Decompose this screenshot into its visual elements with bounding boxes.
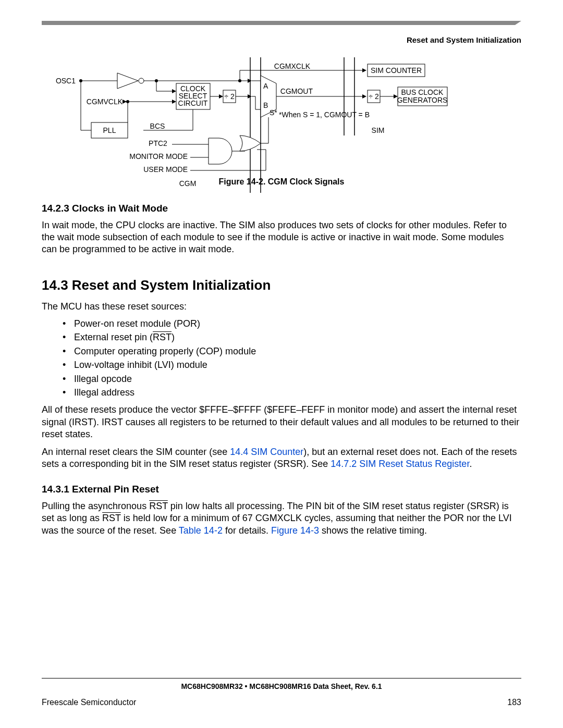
diagram-label-cgmout: CGMOUT: [280, 87, 313, 95]
list-item: External reset pin (RST): [63, 331, 521, 343]
diagram-label-pll: PLL: [103, 126, 116, 134]
list-item: Computer operating properly (COP) module: [63, 346, 521, 357]
diagram-label-circuit: CIRCUIT: [178, 99, 208, 107]
svg-marker-13: [362, 68, 366, 72]
svg-point-7: [139, 78, 144, 83]
svg-point-25: [126, 100, 129, 103]
cgm-diagram: OSC1 CGMXCLK CGMVCLK PLL CLOCK: [55, 55, 508, 195]
svg-text:÷ 2: ÷ 2: [369, 92, 379, 101]
heading-1423: 14.2.3 Clocks in Wait Mode: [42, 202, 521, 215]
list-item: Power-on reset module (POR): [63, 318, 521, 330]
diagram-label-cgm: CGM: [179, 179, 197, 188]
svg-text:÷ 2: ÷ 2: [224, 92, 235, 101]
svg-marker-17: [172, 89, 176, 93]
list-item: Illegal address: [63, 387, 521, 399]
diagram-label-sim: SIM: [372, 126, 385, 134]
svg-text:GENERATORS: GENERATORS: [397, 96, 448, 104]
para-1431-1: Pulling the asynchronous RST pin low hal…: [42, 500, 521, 537]
svg-marker-32: [248, 94, 252, 98]
diagram-label-ptc2: PTC2: [149, 139, 167, 147]
diagram-label-simcounter: SIM COUNTER: [371, 66, 422, 75]
svg-marker-21: [123, 100, 127, 104]
svg-marker-9: [248, 79, 252, 83]
svg-text:BUS CLOCK: BUS CLOCK: [401, 88, 444, 96]
diagram-label-a: A: [263, 82, 268, 90]
list-item: Illegal opcode: [63, 373, 521, 385]
diagram-label-monitor: MONITOR MODE: [129, 152, 188, 161]
diagram-label-cgmvclk: CGMVCLK: [87, 97, 123, 106]
diagram-label-s: S*: [270, 108, 277, 117]
page: Reset and System Initialization OSC1 CGM…: [0, 0, 563, 728]
link-srsr[interactable]: 14.7.2 SIM Reset Status Register: [331, 459, 469, 469]
link-table-14-2[interactable]: Table 14-2: [179, 525, 223, 536]
svg-marker-22: [172, 100, 176, 104]
para-143-2: All of these resets produce the vector $…: [42, 404, 521, 440]
page-number: 183: [507, 698, 521, 707]
svg-marker-39: [362, 94, 366, 98]
diagram-label-user: USER MODE: [143, 165, 188, 174]
top-rule: [42, 21, 521, 25]
diagram-label-cgmxclk: CGMXCLK: [274, 62, 311, 70]
footer-rule: [42, 678, 521, 678]
svg-marker-6: [117, 73, 138, 89]
link-sim-counter[interactable]: 14.4 SIM Counter: [230, 447, 303, 457]
header-section-title: Reset and System Initialization: [407, 35, 521, 44]
svg-marker-28: [219, 94, 223, 98]
diagram-note: *When S = 1, CGMOUT = B: [279, 110, 370, 119]
heading-143: 14.3 Reset and System Initialization: [42, 277, 521, 294]
diagram-label-osc1: OSC1: [56, 77, 76, 85]
footer-left: Freescale Semiconductor: [42, 698, 136, 707]
para-1423-1: In wait mode, the CPU clocks are inactiv…: [42, 219, 521, 256]
footer-center: MC68HC908MR32 • MC68HC908MR16 Data Sheet…: [0, 682, 563, 690]
para-143-intro: The MCU has these reset sources:: [42, 301, 521, 313]
reset-sources-list: Power-on reset module (POR) External res…: [63, 318, 521, 399]
link-figure-14-3[interactable]: Figure 14-3: [271, 525, 319, 536]
body-content: 14.2.3 Clocks in Wait Mode In wait mode,…: [42, 202, 521, 537]
diagram-label-bcs: BCS: [150, 122, 165, 130]
diagram-label-b: B: [263, 101, 268, 109]
para-143-3: An internal reset clears the SIM counter…: [42, 446, 521, 471]
heading-1431: 14.3.1 External Pin Reset: [42, 483, 521, 496]
list-item: Low-voltage inhibit (LVI) module: [63, 359, 521, 371]
